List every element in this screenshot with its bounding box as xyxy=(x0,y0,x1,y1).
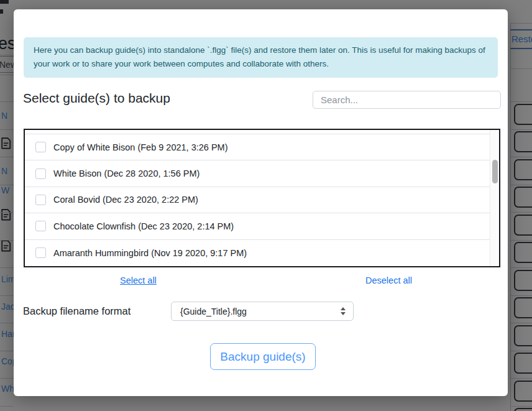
info-banner-text: Here you can backup guide(s) into standa… xyxy=(34,45,485,68)
guide-row[interactable]: Coral Bovid (Dec 23 2020, 2:22 PM) xyxy=(25,187,490,213)
filename-format-label: Backup filename format xyxy=(23,305,131,317)
guide-label: Coral Bovid (Dec 23 2020, 2:22 PM) xyxy=(53,195,198,205)
guide-checkbox[interactable] xyxy=(35,169,46,179)
guide-list-rows: Copy of White Bison (Feb 9 2021, 3:26 PM… xyxy=(25,130,490,266)
select-updown-icon xyxy=(341,307,346,315)
filename-format-value: {Guide_Title}.flgg xyxy=(180,307,341,316)
select-all-link[interactable]: Select all xyxy=(120,275,157,285)
guide-row[interactable]: Chocolate Clownfish (Dec 23 2020, 2:14 P… xyxy=(25,213,490,239)
filename-format-select[interactable]: {Guide_Title}.flgg xyxy=(171,302,354,321)
list-scrollbar-track[interactable] xyxy=(490,130,499,266)
modal-heading: Select guide(s) to backup xyxy=(23,91,170,106)
deselect-all-link[interactable]: Deselect all xyxy=(365,275,412,285)
guide-checkbox[interactable] xyxy=(35,195,46,205)
list-scrollbar-thumb[interactable] xyxy=(492,160,498,183)
backup-guides-button[interactable]: Backup guide(s) xyxy=(210,343,316,370)
guide-checkbox[interactable] xyxy=(35,142,46,152)
guide-label: Copy of White Bison (Feb 9 2021, 3:26 PM… xyxy=(53,142,227,152)
guide-label: Chocolate Clownfish (Dec 23 2020, 2:14 P… xyxy=(53,221,234,231)
guide-row[interactable]: White Bison (Dec 28 2020, 1:56 PM) xyxy=(25,160,490,187)
guide-checkbox[interactable] xyxy=(35,247,46,258)
guide-row[interactable]: Amaranth Hummingbird (Nov 19 2020, 9:17 … xyxy=(25,240,490,266)
guide-row[interactable]: Copy of White Bison (Feb 9 2021, 3:26 PM… xyxy=(25,134,490,160)
guide-label: Amaranth Hummingbird (Nov 19 2020, 9:17 … xyxy=(53,248,247,258)
guide-list: Copy of White Bison (Feb 9 2021, 3:26 PM… xyxy=(24,129,500,267)
info-banner: Here you can backup guide(s) into standa… xyxy=(24,37,498,78)
guide-checkbox[interactable] xyxy=(35,221,46,231)
partial-row xyxy=(25,130,490,134)
backup-modal: Here you can backup guide(s) into standa… xyxy=(14,9,508,396)
search-input[interactable] xyxy=(313,91,501,109)
screen: es New N N W Lime Jade Harl Copy Whit Re… xyxy=(0,0,532,411)
guide-label: White Bison (Dec 28 2020, 1:56 PM) xyxy=(53,169,200,178)
